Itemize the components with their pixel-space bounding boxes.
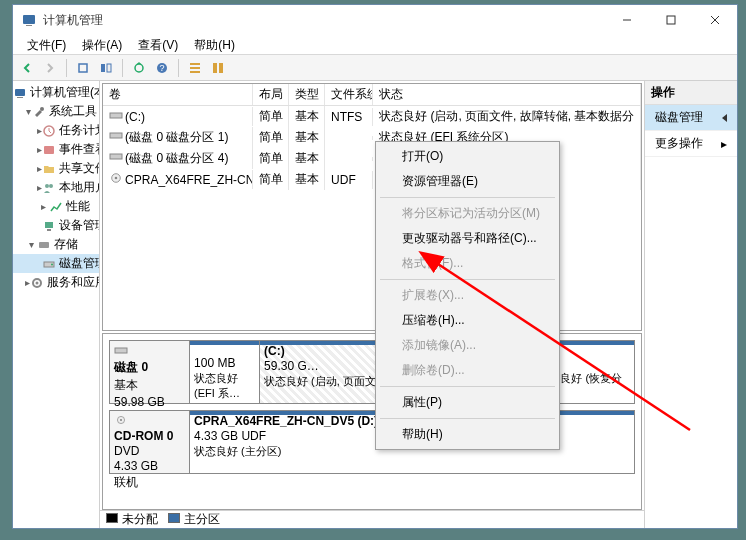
volume-row[interactable]: CPRA_X64FRE_ZH-CN_DV5 (D:)简单基本UDF状态良好 (主… xyxy=(103,169,641,190)
middle-pane: 卷 布局 类型 文件系统 状态 (C:)简单基本NTFS状态良好 (启动, 页面… xyxy=(100,81,645,528)
forward-button[interactable] xyxy=(40,58,60,78)
svg-point-23 xyxy=(49,184,53,188)
folder-icon xyxy=(42,162,56,176)
ctx-delete: 删除卷(D)... xyxy=(378,358,557,383)
titlebar[interactable]: 计算机管理 xyxy=(13,5,737,35)
twisty-icon[interactable]: ▾ xyxy=(25,239,37,250)
context-menu[interactable]: 打开(O) 资源管理器(E) 将分区标记为活动分区(M) 更改驱动器号和路径(C… xyxy=(375,141,560,450)
disk-icon xyxy=(42,257,56,271)
tree-storage[interactable]: ▾存储 xyxy=(13,235,99,254)
tree-diskmgmt[interactable]: ▸磁盘管理 xyxy=(13,254,99,273)
view-list-button[interactable] xyxy=(185,58,205,78)
show-hide-button[interactable] xyxy=(96,58,116,78)
tree-shared[interactable]: ▸共享文件夹 xyxy=(13,159,99,178)
svg-rect-31 xyxy=(110,113,122,118)
ctx-help[interactable]: 帮助(H) xyxy=(378,422,557,447)
col-fs[interactable]: 文件系统 xyxy=(325,84,373,105)
ctx-changeletter[interactable]: 更改驱动器号和路径(C)... xyxy=(378,226,557,251)
svg-point-28 xyxy=(51,263,53,265)
expand-icon xyxy=(722,114,727,122)
tree-root[interactable]: 计算机管理(本地) xyxy=(13,83,99,102)
legend-unalloc-label: 未分配 xyxy=(122,512,158,526)
ctx-markactive: 将分区标记为活动分区(M) xyxy=(378,201,557,226)
svg-point-30 xyxy=(36,281,39,284)
tree-localusers[interactable]: ▸本地用户和组 xyxy=(13,178,99,197)
svg-rect-24 xyxy=(45,222,53,228)
col-type[interactable]: 类型 xyxy=(289,84,325,105)
svg-rect-12 xyxy=(190,63,200,65)
view-detail-button[interactable] xyxy=(208,58,228,78)
minimize-button[interactable] xyxy=(605,6,649,34)
svg-rect-21 xyxy=(44,146,54,154)
legend-primary: 主分区 xyxy=(168,511,220,528)
menu-action[interactable]: 操作(A) xyxy=(74,35,130,54)
tree-services[interactable]: ▸服务和应用程序 xyxy=(13,273,99,292)
tree-systools[interactable]: ▾ 系统工具 xyxy=(13,102,99,121)
action-more-label: 更多操作 xyxy=(655,135,703,152)
col-layout[interactable]: 布局 xyxy=(253,84,289,105)
help-button[interactable]: ? xyxy=(152,58,172,78)
svg-rect-8 xyxy=(107,64,111,72)
volume-icon xyxy=(109,109,123,124)
volume-row[interactable]: (磁盘 0 磁盘分区 4)简单基本状态良好 (恢复分区) xyxy=(103,148,641,169)
ctx-properties[interactable]: 属性(P) xyxy=(378,390,557,415)
twisty-icon[interactable]: ▸ xyxy=(37,201,49,212)
volume-icon xyxy=(109,172,123,187)
disk0-size: 59.98 GB xyxy=(114,395,185,409)
up-button[interactable] xyxy=(73,58,93,78)
disk-0-head[interactable]: 磁盘 0 基本 59.98 GB 联机 xyxy=(110,341,190,403)
volume-icon xyxy=(109,129,123,144)
svg-rect-25 xyxy=(47,229,51,231)
tree-systools-label: 系统工具 xyxy=(49,103,97,120)
tree-storage-label: 存储 xyxy=(54,236,78,253)
svg-point-38 xyxy=(120,419,122,421)
storage-icon xyxy=(37,238,51,252)
menu-help[interactable]: 帮助(H) xyxy=(186,35,243,54)
tools-icon xyxy=(32,105,46,119)
volume-header[interactable]: 卷 布局 类型 文件系统 状态 xyxy=(103,84,641,106)
tree-eventvwr[interactable]: ▸事件查看器 xyxy=(13,140,99,159)
nav-tree[interactable]: 计算机管理(本地) ▾ 系统工具 ▸任务计划程序 ▸事件查看器 ▸共享文件夹 ▸… xyxy=(13,81,100,528)
volume-type: 基本 xyxy=(289,127,325,148)
perf-icon xyxy=(49,200,63,214)
tree-perf[interactable]: ▸性能 xyxy=(13,197,99,216)
disk-graphic-panel[interactable]: 磁盘 0 基本 59.98 GB 联机 100 MB 状态良好 (EFI 系… xyxy=(102,333,642,510)
svg-rect-26 xyxy=(39,242,49,248)
disk0-part-efi[interactable]: 100 MB 状态良好 (EFI 系… xyxy=(190,341,260,403)
ctx-open[interactable]: 打开(O) xyxy=(378,144,557,169)
col-volume[interactable]: 卷 xyxy=(103,84,253,105)
close-button[interactable] xyxy=(693,6,737,34)
window-title: 计算机管理 xyxy=(43,12,605,29)
tree-devmgr[interactable]: ▸设备管理器 xyxy=(13,216,99,235)
back-button[interactable] xyxy=(17,58,37,78)
volume-fs xyxy=(325,157,373,161)
tree-localusers-label: 本地用户和组 xyxy=(59,179,100,196)
ctx-explorer[interactable]: 资源管理器(E) xyxy=(378,169,557,194)
menu-file[interactable]: 文件(F) xyxy=(19,35,74,54)
svg-rect-36 xyxy=(115,348,127,353)
volume-list[interactable]: 卷 布局 类型 文件系统 状态 (C:)简单基本NTFS状态良好 (启动, 页面… xyxy=(102,83,642,331)
ctx-extend: 扩展卷(X)... xyxy=(378,283,557,308)
volume-status: 状态良好 (启动, 页面文件, 故障转储, 基本数据分 xyxy=(373,106,641,127)
maximize-button[interactable] xyxy=(649,6,693,34)
menu-view[interactable]: 查看(V) xyxy=(130,35,186,54)
col-status[interactable]: 状态 xyxy=(373,84,641,105)
cdrom0-type: DVD xyxy=(114,444,185,458)
actions-pane: 操作 磁盘管理 更多操作 ▸ xyxy=(645,81,737,528)
volume-row[interactable]: (C:)简单基本NTFS状态良好 (启动, 页面文件, 故障转储, 基本数据分 xyxy=(103,106,641,127)
action-diskmgmt[interactable]: 磁盘管理 xyxy=(645,105,737,131)
volume-row[interactable]: (磁盘 0 磁盘分区 1)简单基本状态良好 (EFI 系统分区) xyxy=(103,127,641,148)
tree-tasksched[interactable]: ▸任务计划程序 xyxy=(13,121,99,140)
refresh-button[interactable] xyxy=(129,58,149,78)
action-more[interactable]: 更多操作 ▸ xyxy=(645,131,737,157)
volume-type: 基本 xyxy=(289,148,325,169)
legend-primary-label: 主分区 xyxy=(184,512,220,526)
tree-tasksched-label: 任务计划程序 xyxy=(59,122,100,139)
svg-rect-14 xyxy=(190,71,200,73)
cdrom-0-head[interactable]: CD-ROM 0 DVD 4.33 GB 联机 xyxy=(110,411,190,473)
ctx-shrink[interactable]: 压缩卷(H)... xyxy=(378,308,557,333)
cdrom-icon xyxy=(114,414,185,428)
window-controls xyxy=(605,6,737,34)
tree-shared-label: 共享文件夹 xyxy=(59,160,100,177)
twisty-icon[interactable]: ▾ xyxy=(25,106,32,117)
